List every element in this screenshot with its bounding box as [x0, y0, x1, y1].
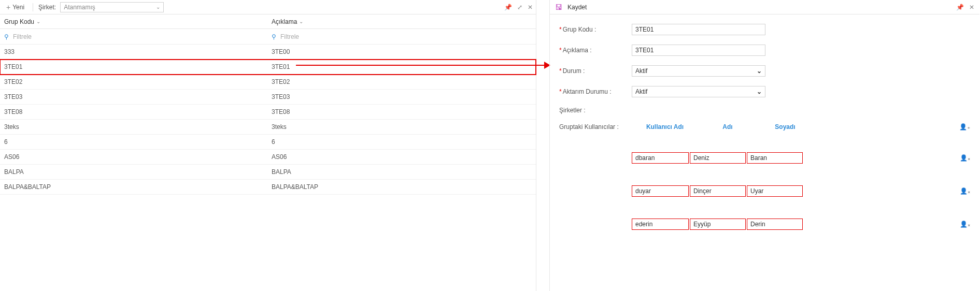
filter-icon[interactable]: ⚲ [272, 33, 276, 40]
aciklama-label: *Açıklama : [559, 47, 632, 54]
table-row[interactable]: AS06 AS06 [0, 150, 536, 165]
expand-icon[interactable]: ⤢ [517, 4, 522, 11]
detail-panel: 🖫 Kaydet 📌 ✕ *Grup Kodu : 3TE01 *Açıklam… [549, 0, 979, 291]
user-name-input[interactable]: Eyyüp [690, 219, 746, 230]
table-row[interactable]: 3TE03 3TE03 [0, 90, 536, 105]
pin-icon[interactable]: 📌 [504, 4, 512, 11]
plus-icon: + [6, 3, 10, 11]
aktarim-durumu-select[interactable]: Aktif ⌄ [632, 86, 765, 97]
save-icon[interactable]: 🖫 [555, 3, 562, 11]
sort-icon: ⌄ [299, 19, 303, 24]
users-section-label: Gruptaki Kullanıcılar : [559, 123, 632, 130]
company-select[interactable]: Atanmamış ⌄ [60, 2, 164, 12]
aciklama-input[interactable]: 3TE01 [632, 45, 765, 56]
table-row-selected[interactable]: 3TE01 3TE01 [0, 60, 536, 75]
toolbar-separator [33, 3, 33, 11]
new-button[interactable]: + Yeni [3, 3, 27, 11]
chevron-down-icon: ⌄ [757, 88, 762, 95]
users-header: Gruptaki Kullanıcılar : Kullanıcı Adı Ad… [559, 123, 970, 130]
users-col-surname[interactable]: Soyadı [757, 123, 813, 130]
user-name-input[interactable]: Deniz [690, 152, 746, 164]
user-row: dbaran Deniz Baran 👤ₓ [559, 152, 970, 164]
save-label[interactable]: Kaydet [567, 4, 587, 11]
remove-user-icon[interactable]: 👤ₓ [960, 154, 970, 162]
table-row[interactable]: 3TE08 3TE08 [0, 105, 536, 120]
filter-icon[interactable]: ⚲ [4, 33, 9, 40]
grup-kodu-label: *Grup Kodu : [559, 26, 632, 33]
user-row: ederin Eyyüp Derin 👤ₓ [559, 219, 970, 230]
aktarim-durumu-label: *Aktarım Durumu : [559, 88, 632, 95]
user-username-input[interactable]: ederin [632, 219, 689, 230]
table-row[interactable]: 3TE02 3TE02 [0, 75, 536, 90]
chevron-down-icon: ⌄ [757, 67, 762, 75]
user-row: duyar Dinçer Uyar 👤ₓ [559, 185, 970, 197]
table-row[interactable]: BALPA BALPA [0, 165, 536, 180]
filter-row: ⚲ Filtrele ⚲ Filtrele [0, 29, 536, 45]
sort-icon: ⌄ [36, 19, 40, 24]
table-row[interactable]: BALPA&BALTAP BALPA&BALTAP [0, 180, 536, 195]
user-name-input[interactable]: Dinçer [690, 185, 746, 197]
durum-select[interactable]: Aktif ⌄ [632, 65, 765, 77]
column-header-grup-kodu[interactable]: Grup Kodu ⌄ [0, 18, 271, 25]
table-row[interactable]: 6 6 [0, 135, 536, 150]
durum-label: *Durum : [559, 67, 632, 75]
company-select-value: Atanmamış [64, 4, 95, 11]
user-surname-input[interactable]: Baran [747, 152, 803, 164]
company-label: Şirket: [38, 4, 56, 11]
filter-input-grup-kodu[interactable]: Filtrele [13, 33, 32, 40]
left-panel: + Yeni Şirket: Atanmamış ⌄ 📌 ⤢ ✕ Grup Ko… [0, 0, 536, 291]
chevron-down-icon: ⌄ [156, 4, 160, 10]
left-toolbar: + Yeni Şirket: Atanmamış ⌄ 📌 ⤢ ✕ [0, 0, 536, 14]
column-header-aciklama[interactable]: Açıklama ⌄ [271, 18, 536, 25]
user-username-input[interactable]: dbaran [632, 152, 689, 164]
grup-kodu-input[interactable]: 3TE01 [632, 24, 765, 35]
grid-header: Grup Kodu ⌄ Açıklama ⌄ [0, 14, 536, 29]
add-user-icon[interactable]: 👤₊ [959, 123, 970, 130]
user-surname-input[interactable]: Derin [747, 219, 803, 230]
close-icon[interactable]: ✕ [528, 4, 533, 11]
user-surname-input[interactable]: Uyar [747, 185, 803, 197]
remove-user-icon[interactable]: 👤ₓ [960, 221, 970, 228]
detail-form: *Grup Kodu : 3TE01 *Açıklama : 3TE01 *Du… [550, 14, 979, 114]
filter-input-aciklama[interactable]: Filtrele [280, 33, 299, 40]
users-section: Gruptaki Kullanıcılar : Kullanıcı Adı Ad… [550, 123, 979, 230]
close-icon[interactable]: ✕ [969, 4, 974, 11]
detail-header: 🖫 Kaydet 📌 ✕ [550, 0, 979, 14]
new-button-label: Yeni [12, 4, 24, 11]
table-row[interactable]: 3teks 3teks [0, 120, 536, 135]
table-row[interactable]: 333 3TE00 [0, 45, 536, 60]
remove-user-icon[interactable]: 👤ₓ [960, 187, 970, 195]
users-col-name[interactable]: Adı [699, 123, 756, 130]
user-username-input[interactable]: duyar [632, 185, 689, 197]
users-col-username[interactable]: Kullanıcı Adı [632, 123, 698, 130]
sirketler-label: Şirketler : [559, 107, 632, 114]
pin-icon[interactable]: 📌 [956, 4, 964, 11]
